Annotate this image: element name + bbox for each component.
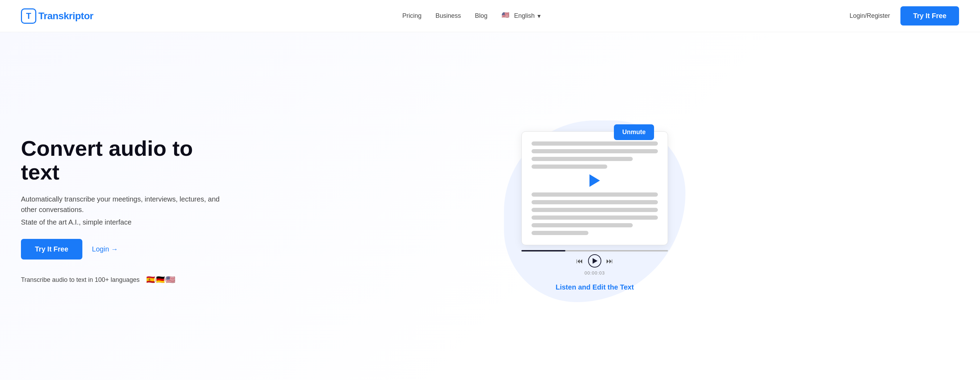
us-flag-nav: 🇺🇸 (501, 11, 511, 21)
chevron-down-icon: ▾ (538, 12, 541, 20)
nav-item-pricing[interactable]: Pricing (402, 12, 422, 19)
rewind-icon: ⏮ (576, 257, 583, 265)
flag-group: 🇪🇸 🇩🇪 🇺🇸 (145, 273, 177, 286)
nav-right: Login/Register Try It Free (850, 6, 959, 26)
business-link[interactable]: Business (436, 12, 461, 19)
text-lines (531, 141, 658, 169)
nav-item-business[interactable]: Business (436, 12, 461, 19)
play-triangle-icon (593, 258, 598, 264)
login-link[interactable]: Login → (92, 245, 118, 253)
hero-subtitle: Automatically transcribe your meetings, … (21, 194, 230, 215)
nav-item-language[interactable]: 🇺🇸 English ▾ (501, 11, 541, 21)
timestamp: 00:00:03 (585, 270, 605, 276)
text-line-3 (531, 157, 633, 161)
progress-fill (522, 250, 565, 251)
hero-title: Convert audio to text (21, 137, 230, 184)
audio-player: ⏮ ⏭ 00:00:03 (522, 250, 668, 276)
try-it-free-button-hero[interactable]: Try It Free (21, 239, 83, 260)
language-selector[interactable]: 🇺🇸 English ▾ (501, 11, 541, 21)
logo-icon: T (21, 8, 36, 24)
text-line-1 (531, 141, 658, 146)
navbar: T Transkriptor Pricing Business Blog 🇺🇸 … (0, 0, 980, 32)
text-line-9 (531, 223, 633, 227)
nav-item-blog[interactable]: Blog (475, 12, 488, 19)
try-it-free-button-nav[interactable]: Try It Free (900, 6, 959, 26)
play-pause-button[interactable] (588, 254, 601, 268)
flag-us: 🇺🇸 (164, 273, 177, 286)
rewind-button[interactable]: ⏮ (576, 257, 583, 265)
language-label: English (514, 12, 535, 19)
text-line-5 (531, 192, 658, 196)
unmute-badge[interactable]: Unmute (614, 125, 654, 140)
hero-languages: Transcribe audio to text in 100+ languag… (21, 273, 230, 286)
blog-link[interactable]: Blog (475, 12, 488, 19)
player-controls: ⏮ ⏭ (576, 254, 613, 268)
hero-left: Convert audio to text Automatically tran… (21, 137, 230, 286)
languages-text: Transcribe audio to text in 100+ languag… (21, 276, 140, 284)
play-cursor-icon (589, 174, 600, 187)
transcript-card (522, 131, 668, 245)
text-lines-bottom (531, 192, 658, 235)
hero-tagline: State of the art A.I., simple interface (21, 218, 230, 226)
play-circle (588, 254, 601, 268)
text-line-2 (531, 149, 658, 153)
pricing-link[interactable]: Pricing (402, 12, 422, 19)
text-line-10 (531, 231, 589, 235)
fastforward-icon: ⏭ (606, 257, 613, 265)
hero-actions: Try It Free Login → (21, 239, 230, 260)
progress-bar[interactable] (522, 250, 668, 251)
logo[interactable]: T Transkriptor (21, 8, 93, 24)
player-container: Unmute (522, 131, 668, 245)
text-line-8 (531, 216, 658, 220)
player-wrapper: Unmute (522, 131, 668, 291)
text-line-4 (531, 164, 607, 169)
hero-right: Unmute (230, 124, 959, 299)
listen-edit-label[interactable]: Listen and Edit the Text (555, 283, 634, 291)
logo-text: Transkriptor (38, 11, 93, 22)
text-line-7 (531, 208, 658, 212)
progress-track (522, 250, 668, 251)
text-line-6 (531, 200, 658, 204)
nav-links: Pricing Business Blog 🇺🇸 English ▾ (402, 11, 541, 21)
fastforward-button[interactable]: ⏭ (606, 257, 613, 265)
hero-section: Convert audio to text Automatically tran… (0, 32, 980, 380)
login-register-link[interactable]: Login/Register (850, 12, 890, 19)
